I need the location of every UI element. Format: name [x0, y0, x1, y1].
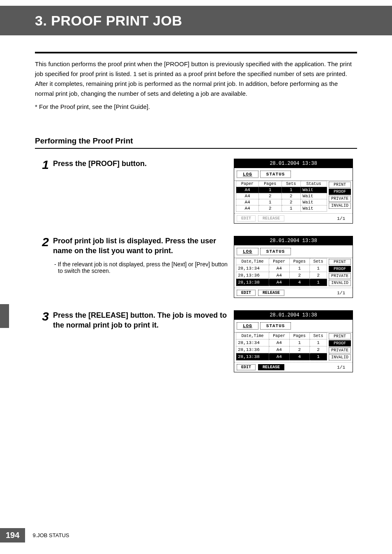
step-number: 2	[39, 236, 49, 274]
th-sets: Sets	[310, 259, 327, 265]
lcd-body: Date,Time Paper Pages Sets 28,13:34 A4 1…	[234, 332, 353, 362]
step-title: Press the [RELEASE] button. The job is m…	[53, 310, 232, 330]
th-sets: Sets	[281, 181, 301, 187]
th-paper: Paper	[269, 333, 290, 339]
lcd-panel-3: 28.01.2004 13:38 LOG STATUS Date,Time Pa…	[234, 310, 353, 372]
lcd-bottom: EDIT RELEASE 1/1	[234, 362, 353, 372]
lcd-body: Date,Time Paper Pages Sets 28,13:34 A4 1…	[234, 258, 353, 288]
th-sets: Sets	[310, 333, 327, 339]
table-row[interactable]: A4 1 2 Wait	[236, 199, 327, 205]
th-status: Status	[301, 181, 327, 187]
side-tab	[0, 304, 9, 328]
table-row[interactable]: 28,13:34 A4 1 1	[236, 265, 327, 272]
lcd-panel-2: 28.01.2004 13:38 LOG STATUS Date,Time Pa…	[234, 236, 353, 298]
table-row[interactable]: 28,13:38 A4 4 1	[236, 353, 327, 360]
steps: 1 Press the [PROOF] button. 28.01.2004 1…	[35, 159, 357, 372]
print-button[interactable]: PRINT	[329, 259, 351, 265]
step-left: 2 Proof print job list is displayed. Pre…	[35, 236, 232, 274]
lcd-page-indicator: 1/1	[337, 216, 345, 221]
table-header-row: Paper Pages Sets Status	[236, 181, 327, 187]
release-button[interactable]: RELEASE	[258, 364, 284, 370]
proof-button[interactable]: PROOF	[329, 340, 351, 346]
private-button[interactable]: PRIVATE	[329, 273, 351, 279]
edit-button[interactable]: EDIT	[237, 215, 256, 222]
tab-status[interactable]: STATUS	[260, 322, 291, 330]
step-text: Press the [PROOF] button.	[53, 159, 232, 171]
table-row[interactable]: A4 2 2 Wait	[236, 193, 327, 199]
intro-footnote: * For the Proof print, see the [Print Gu…	[35, 102, 357, 112]
lcd-datetime: 28.01.2004 13:38	[234, 311, 353, 320]
private-button[interactable]: PRIVATE	[329, 196, 351, 202]
table-header-row: Date,Time Paper Pages Sets	[236, 259, 327, 265]
table-row[interactable]: 28,13:34 A4 1 1	[236, 339, 327, 346]
step-3: 3 Press the [RELEASE] button. The job is…	[35, 310, 357, 372]
step-text: Proof print job list is displayed. Press…	[53, 236, 232, 274]
tab-log[interactable]: LOG	[237, 322, 258, 330]
divider	[35, 52, 357, 53]
step-number: 3	[39, 310, 49, 330]
release-button[interactable]: RELEASE	[258, 215, 284, 222]
invalid-button[interactable]: INVALID	[329, 354, 351, 360]
edit-button[interactable]: EDIT	[237, 364, 256, 370]
lcd-datetime: 28.01.2004 13:38	[234, 236, 353, 245]
page-number: 194	[0, 528, 25, 542]
lcd-side-buttons: PRINT PROOF PRIVATE INVALID	[329, 181, 351, 212]
lcd-page-indicator: 1/1	[337, 291, 345, 295]
step-1: 1 Press the [PROOF] button. 28.01.2004 1…	[35, 159, 357, 224]
table-row[interactable]: A4 2 1 Wait	[236, 205, 327, 212]
step-2: 2 Proof print job list is displayed. Pre…	[35, 236, 357, 298]
private-button[interactable]: PRIVATE	[329, 347, 351, 353]
th-paper: Paper	[269, 259, 290, 265]
chapter-reference: 9.JOB STATUS	[32, 532, 69, 538]
th-pages: Pages	[289, 333, 310, 339]
proof-button[interactable]: PROOF	[329, 266, 351, 272]
step-number: 1	[39, 159, 49, 171]
step-screenshot: 28.01.2004 13:38 LOG STATUS Paper Pages …	[234, 159, 357, 224]
step-screenshot: 28.01.2004 13:38 LOG STATUS Date,Time Pa…	[234, 310, 357, 372]
page-title: 3. PROOF PRINT JOB	[35, 13, 182, 29]
lcd-tabs: LOG STATUS	[234, 168, 353, 180]
lcd-table: Date,Time Paper Pages Sets 28,13:34 A4 1…	[236, 258, 327, 286]
tab-log[interactable]: LOG	[237, 248, 258, 255]
tab-log[interactable]: LOG	[237, 171, 258, 178]
step-left: 3 Press the [RELEASE] button. The job is…	[35, 310, 232, 330]
lcd-bottom: EDIT RELEASE 1/1	[234, 288, 353, 298]
step-left: 1 Press the [PROOF] button.	[35, 159, 232, 171]
step-text: Press the [RELEASE] button. The job is m…	[53, 310, 232, 330]
table-row[interactable]: 28,13:36 A4 2 2	[236, 346, 327, 353]
print-button[interactable]: PRINT	[329, 182, 351, 188]
print-button[interactable]: PRINT	[329, 333, 351, 339]
table-row[interactable]: 28,13:36 A4 2 2	[236, 272, 327, 279]
intro-paragraph: This function performs the proof print w…	[35, 59, 357, 99]
release-button[interactable]: RELEASE	[258, 290, 284, 296]
step-title: Press the [PROOF] button.	[53, 159, 232, 169]
lcd-table: Paper Pages Sets Status A4 1 1 Wait	[236, 181, 327, 212]
lcd-page-indicator: 1/1	[337, 365, 345, 370]
lcd-table: Date,Time Paper Pages Sets 28,13:34 A4 1…	[236, 332, 327, 360]
tab-status[interactable]: STATUS	[260, 248, 291, 255]
tab-status[interactable]: STATUS	[260, 171, 291, 178]
table-row[interactable]: 28,13:38 A4 4 1	[236, 279, 327, 286]
lcd-tabs: LOG STATUS	[234, 245, 353, 258]
th-paper: Paper	[236, 181, 259, 187]
lcd-side-buttons: PRINT PROOF PRIVATE INVALID	[329, 332, 351, 360]
lcd-datetime: 28.01.2004 13:38	[234, 159, 353, 168]
lcd-bottom: EDIT RELEASE 1/1	[234, 213, 353, 223]
intro-text: This function performs the proof print w…	[35, 59, 357, 112]
page-header: 3. PROOF PRINT JOB	[0, 6, 392, 35]
th-pages: Pages	[289, 259, 310, 265]
section-title: Performing the Proof Print	[35, 136, 357, 149]
lcd-panel-1: 28.01.2004 13:38 LOG STATUS Paper Pages …	[234, 159, 353, 224]
edit-button[interactable]: EDIT	[237, 290, 256, 296]
step-screenshot: 28.01.2004 13:38 LOG STATUS Date,Time Pa…	[234, 236, 357, 298]
th-datetime: Date,Time	[236, 333, 269, 339]
table-header-row: Date,Time Paper Pages Sets	[236, 333, 327, 339]
table-row[interactable]: A4 1 1 Wait	[236, 187, 327, 193]
invalid-button[interactable]: INVALID	[329, 280, 351, 286]
lcd-side-buttons: PRINT PROOF PRIVATE INVALID	[329, 258, 351, 286]
page-content: This function performs the proof print w…	[0, 35, 392, 372]
step-note: - If the relevant job is not displayed, …	[58, 261, 232, 274]
invalid-button[interactable]: INVALID	[329, 203, 351, 209]
proof-button[interactable]: PROOF	[329, 189, 351, 195]
page-footer: 194 9.JOB STATUS	[0, 528, 69, 542]
